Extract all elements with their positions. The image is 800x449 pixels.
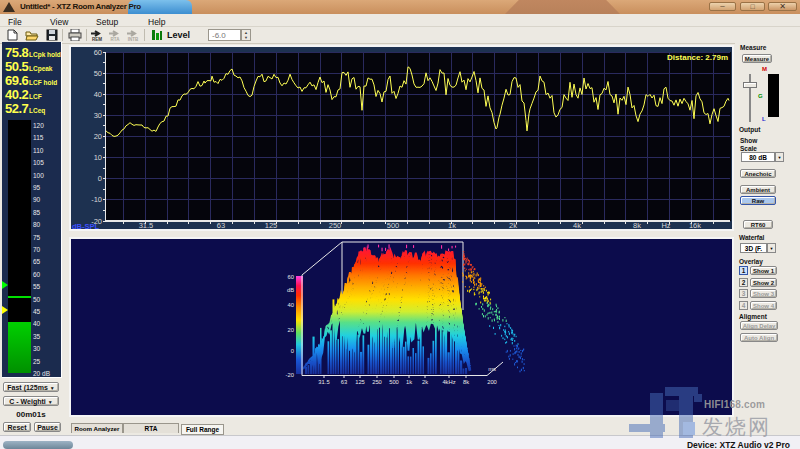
svg-text:63: 63 — [217, 221, 225, 229]
svg-text:125: 125 — [265, 221, 278, 229]
svg-text:10: 10 — [94, 153, 102, 162]
svg-text:8k: 8k — [633, 221, 641, 229]
svg-text:60: 60 — [94, 48, 102, 57]
svg-text:-10: -10 — [91, 195, 102, 204]
svg-text:500: 500 — [389, 379, 399, 385]
svg-text:20: 20 — [94, 132, 102, 141]
svg-text:40: 40 — [288, 302, 294, 308]
svg-text:31.5: 31.5 — [318, 379, 329, 385]
svg-text:dB: dB — [287, 287, 294, 293]
svg-text:40: 40 — [94, 90, 102, 99]
svg-text:1k: 1k — [448, 221, 456, 229]
svg-text:31.5: 31.5 — [139, 221, 154, 229]
svg-text:Hz: Hz — [661, 221, 670, 229]
svg-text:dB-SPL: dB-SPL — [72, 222, 100, 229]
svg-text:ms: ms — [488, 366, 496, 372]
svg-text:0: 0 — [98, 174, 102, 183]
svg-text:16k: 16k — [689, 221, 701, 229]
svg-text:0: 0 — [291, 348, 294, 354]
svg-text:1k: 1k — [406, 379, 412, 385]
svg-text:250: 250 — [329, 221, 342, 229]
svg-text:4kHz: 4kHz — [442, 379, 455, 385]
svg-text:200: 200 — [487, 379, 497, 385]
svg-text:60: 60 — [288, 274, 294, 280]
svg-text:63: 63 — [341, 379, 347, 385]
svg-text:-20: -20 — [286, 372, 294, 378]
svg-text:30: 30 — [94, 111, 102, 120]
svg-text:125: 125 — [355, 379, 365, 385]
svg-text:Distance: 2.79m: Distance: 2.79m — [667, 53, 728, 62]
svg-text:500: 500 — [387, 221, 400, 229]
svg-text:4k: 4k — [573, 221, 581, 229]
svg-text:2k: 2k — [422, 379, 428, 385]
svg-text:8k: 8k — [463, 379, 469, 385]
svg-text:50: 50 — [94, 69, 102, 78]
svg-text:250: 250 — [372, 379, 382, 385]
svg-text:20: 20 — [288, 327, 294, 333]
svg-text:2k: 2k — [509, 221, 517, 229]
